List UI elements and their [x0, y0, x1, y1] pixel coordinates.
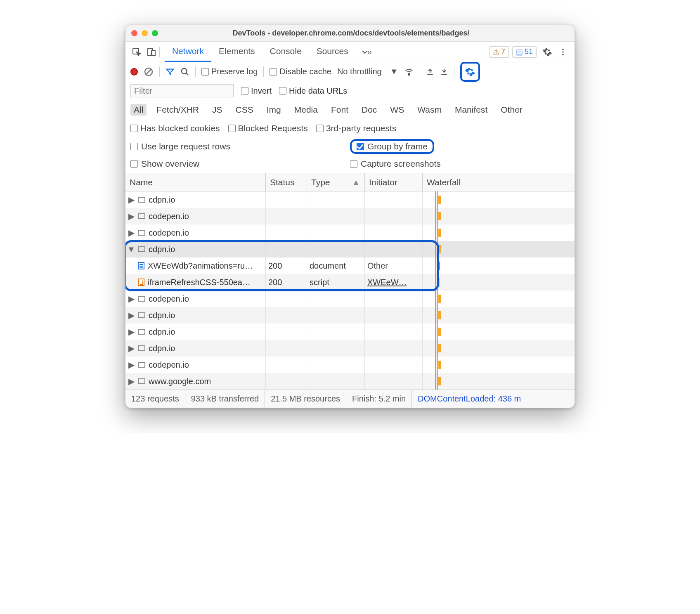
request-row[interactable]: XWEeWdb?animations=ru…200documentOther — [125, 257, 575, 274]
frame-group-row[interactable]: ▶www.google.com — [125, 373, 575, 390]
type-fetch-xhr[interactable]: Fetch/XHR — [153, 104, 202, 116]
tab-elements[interactable]: Elements — [211, 42, 262, 62]
type-all[interactable]: All — [130, 104, 147, 116]
col-initiator[interactable]: Initiator — [365, 173, 423, 191]
divider — [159, 66, 160, 77]
inspect-element-icon[interactable] — [130, 45, 144, 59]
disclosure-triangle-icon[interactable]: ▶ — [128, 195, 135, 205]
tab-network[interactable]: Network — [165, 42, 211, 62]
col-name[interactable]: Name — [125, 173, 266, 191]
col-type-label: Type — [311, 177, 330, 187]
traffic-lights — [131, 30, 158, 36]
frame-group-row[interactable]: ▶codepen.io — [125, 224, 575, 241]
hide-data-urls-checkbox[interactable]: Hide data URLs — [279, 86, 347, 96]
minimize-window[interactable] — [142, 30, 148, 36]
more-menu-icon[interactable] — [556, 45, 570, 59]
frame-name: codepen.io — [149, 360, 189, 370]
status-domcontentloaded: DOMContentLoaded: 436 m — [412, 390, 527, 408]
type-ws[interactable]: WS — [387, 104, 407, 116]
capture-screenshots-checkbox[interactable]: Capture screenshots — [350, 159, 570, 169]
frame-group-row[interactable]: ▼cdpn.io — [125, 241, 575, 257]
group-by-frame-highlight: Group by frame — [350, 139, 434, 154]
type-css[interactable]: CSS — [232, 104, 257, 116]
invert-label: Invert — [251, 86, 272, 96]
invert-checkbox[interactable]: Invert — [241, 86, 272, 96]
disclosure-triangle-icon[interactable]: ▶ — [128, 327, 135, 337]
show-overview-label: Show overview — [141, 159, 199, 169]
network-settings-icon[interactable] — [463, 64, 478, 79]
close-window[interactable] — [131, 30, 137, 36]
device-toggle-icon[interactable] — [144, 45, 158, 59]
blocked-requests-checkbox[interactable]: Blocked Requests — [228, 123, 308, 133]
type-js[interactable]: JS — [209, 104, 226, 116]
table-body: ▶cdpn.io▶codepen.io▶codepen.io▼cdpn.ioXW… — [125, 191, 575, 390]
issue-icon: ▤ — [516, 47, 523, 57]
group-by-frame-checkbox[interactable]: Group by frame — [357, 142, 428, 151]
filter-input[interactable] — [130, 84, 234, 97]
frame-group-row[interactable]: ▶codepen.io — [125, 208, 575, 224]
frame-group-row[interactable]: ▶codepen.io — [125, 290, 575, 307]
svg-point-3 — [562, 48, 564, 50]
search-icon[interactable] — [180, 67, 189, 76]
frame-icon — [138, 296, 145, 302]
show-overview-checkbox[interactable]: Show overview — [130, 159, 350, 169]
disclosure-triangle-icon[interactable]: ▶ — [128, 376, 135, 386]
divider — [420, 66, 420, 77]
record-button[interactable] — [130, 68, 138, 76]
request-row[interactable]: iframeRefreshCSS-550ea…200scriptXWEeW… — [125, 274, 575, 290]
disclosure-triangle-icon[interactable]: ▶ — [128, 211, 135, 221]
disclosure-triangle-icon[interactable]: ▶ — [128, 310, 135, 320]
type-font[interactable]: Font — [328, 104, 352, 116]
col-status[interactable]: Status — [266, 173, 307, 191]
disclosure-triangle-icon[interactable]: ▶ — [128, 360, 135, 370]
disable-cache-label: Disable cache — [279, 67, 331, 76]
disclosure-triangle-icon[interactable]: ▶ — [128, 343, 135, 353]
disclosure-triangle-icon[interactable]: ▶ — [128, 294, 135, 304]
frame-icon — [138, 329, 145, 335]
frame-group-row[interactable]: ▶cdpn.io — [125, 340, 575, 357]
type-manifest[interactable]: Manifest — [452, 104, 491, 116]
divider — [159, 47, 160, 57]
hide-data-urls-label: Hide data URLs — [289, 86, 347, 96]
frame-group-row[interactable]: ▶cdpn.io — [125, 324, 575, 340]
frame-icon — [138, 362, 145, 368]
main-tabs-row: Network Elements Console Sources » ⚠ 7 ▤… — [125, 42, 575, 62]
disclosure-triangle-icon[interactable]: ▼ — [128, 245, 135, 254]
group-by-frame-label: Group by frame — [367, 142, 428, 151]
disable-cache-checkbox[interactable]: Disable cache — [270, 67, 331, 76]
frame-icon — [138, 246, 145, 252]
frame-group-row[interactable]: ▶cdpn.io — [125, 307, 575, 324]
filter-icon[interactable] — [166, 67, 175, 76]
type-media[interactable]: Media — [291, 104, 321, 116]
network-conditions-icon[interactable] — [404, 67, 414, 76]
col-waterfall[interactable]: Waterfall — [423, 173, 575, 191]
clear-icon[interactable] — [144, 67, 154, 77]
type-other[interactable]: Other — [497, 104, 526, 116]
type-doc[interactable]: Doc — [358, 104, 380, 116]
col-type[interactable]: Type ▲ — [307, 173, 365, 191]
document-icon — [138, 262, 144, 269]
third-party-checkbox[interactable]: 3rd-party requests — [316, 123, 396, 133]
large-rows-checkbox[interactable]: Use large request rows — [130, 139, 350, 154]
frame-group-row[interactable]: ▶codepen.io — [125, 357, 575, 373]
initiator-link[interactable]: XWEeW… — [367, 278, 407, 287]
warnings-badge[interactable]: ⚠ 7 — [489, 46, 509, 58]
svg-point-7 — [182, 68, 187, 73]
has-blocked-cookies-checkbox[interactable]: Has blocked cookies — [130, 123, 220, 133]
type-img[interactable]: Img — [263, 104, 284, 116]
more-tabs-icon[interactable]: » — [356, 42, 377, 62]
devtools-window: DevTools - developer.chrome.com/docs/dev… — [125, 25, 575, 408]
settings-icon[interactable] — [540, 45, 555, 59]
disclosure-triangle-icon[interactable]: ▶ — [128, 228, 135, 238]
import-har-icon[interactable] — [426, 67, 434, 76]
tab-console[interactable]: Console — [262, 42, 309, 62]
type-wasm[interactable]: Wasm — [414, 104, 445, 116]
maximize-window[interactable] — [152, 30, 158, 36]
export-har-icon[interactable] — [440, 67, 448, 76]
preserve-log-checkbox[interactable]: Preserve log — [201, 67, 258, 76]
throttling-value: No throttling — [337, 67, 382, 76]
issues-badge[interactable]: ▤ 51 — [512, 46, 537, 58]
throttling-select[interactable]: No throttling ▼ — [337, 67, 398, 76]
frame-group-row[interactable]: ▶cdpn.io — [125, 191, 575, 208]
tab-sources[interactable]: Sources — [309, 42, 356, 62]
